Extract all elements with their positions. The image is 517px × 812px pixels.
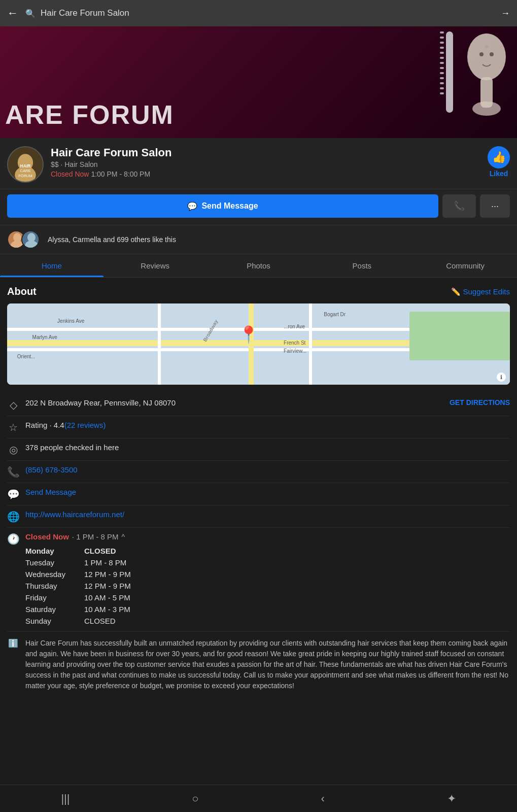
- checkin-text: 378 people checked in here: [25, 443, 119, 452]
- search-icon: 🔍: [25, 9, 36, 18]
- tab-home[interactable]: Home: [0, 254, 104, 277]
- svg-point-18: [490, 52, 494, 56]
- svg-point-19: [485, 45, 488, 48]
- profile-info: Hair Care Forum Salon $$ · Hair Salon Cl…: [51, 146, 480, 178]
- info-icon: ℹ️: [7, 638, 19, 648]
- hours-friday: Friday 10 AM - 5 PM: [25, 592, 510, 603]
- svg-rect-10: [440, 77, 444, 79]
- messenger-icon: 💬: [187, 201, 197, 211]
- svg-point-17: [479, 52, 484, 56]
- avatar: HAIR CARE FORUM: [7, 146, 44, 183]
- svg-rect-11: [440, 82, 444, 84]
- globe-icon: 🌐: [7, 511, 19, 523]
- address-row: ◇ 202 N Broadway Rear, Pennsville, NJ 08…: [7, 394, 510, 416]
- home-nav-button[interactable]: ○: [192, 792, 198, 805]
- suggest-edits-button[interactable]: ✏️ Suggest Edits: [451, 287, 510, 296]
- svg-rect-0: [446, 31, 453, 113]
- more-icon: ···: [491, 201, 499, 212]
- tab-posts[interactable]: Posts: [310, 254, 413, 277]
- call-button[interactable]: 📞: [442, 194, 476, 218]
- profile-section: HAIR CARE FORUM Hair Care Forum Salon $$…: [0, 138, 517, 189]
- svg-point-14: [467, 33, 506, 80]
- hero-banner: ARE FORUM: [0, 26, 517, 138]
- svg-rect-9: [440, 72, 444, 74]
- business-name: Hair Care Forum Salon: [51, 146, 480, 159]
- hours-row[interactable]: 🕐 Closed Now · 1 PM - 8 PM ^ Monday CLOS…: [7, 528, 510, 632]
- search-bar: ← 🔍 Hair Care Forum Salon →: [0, 0, 517, 26]
- search-input[interactable]: Hair Care Forum Salon: [41, 8, 496, 18]
- tab-reviews[interactable]: Reviews: [104, 254, 207, 277]
- star-icon: ☆: [7, 421, 19, 433]
- business-status: Closed Now 1:00 PM - 8:00 PM: [51, 170, 480, 178]
- avatar-2: [21, 230, 40, 249]
- hours-wednesday: Wednesday 12 PM - 9 PM: [25, 568, 510, 580]
- clock-icon: 🕐: [7, 533, 19, 545]
- accessibility-nav-button[interactable]: ✦: [447, 792, 456, 805]
- description-text: Hair Care Forum has successfully built a…: [25, 638, 510, 691]
- about-header: About ✏️ Suggest Edits: [7, 286, 510, 297]
- svg-rect-12: [440, 87, 444, 89]
- description-row: ℹ️ Hair Care Forum has successfully buil…: [7, 632, 510, 697]
- hours-tuesday: Tuesday 1 PM - 8 PM: [25, 557, 510, 568]
- more-button[interactable]: ···: [480, 194, 510, 218]
- svg-text:HAIR: HAIR: [20, 163, 31, 168]
- phone-row[interactable]: 📞 (856) 678-3500: [7, 461, 510, 483]
- website-link[interactable]: http://www.haircareforum.net/: [25, 510, 124, 519]
- svg-rect-2: [440, 37, 444, 39]
- hours-sunday: Sunday CLOSED: [25, 615, 510, 627]
- send-message-button[interactable]: 💬 Send Message: [7, 194, 438, 218]
- hours-toggle[interactable]: Closed Now · 1 PM - 8 PM ^: [25, 532, 510, 541]
- share-icon[interactable]: →: [501, 8, 510, 19]
- bottom-nav: ||| ○ ‹ ✦: [0, 785, 517, 812]
- tab-community[interactable]: Community: [413, 254, 517, 277]
- svg-rect-3: [440, 42, 444, 44]
- phone-icon: 📞: [454, 200, 465, 212]
- like-label: Liked: [490, 170, 508, 178]
- like-section[interactable]: 👍 Liked: [488, 146, 510, 178]
- back-nav-button[interactable]: |||: [61, 792, 70, 805]
- likes-row: Alyssa, Carmella and 699 others like thi…: [0, 225, 517, 254]
- likes-avatars: [7, 230, 36, 249]
- back-button[interactable]: ←: [7, 7, 18, 20]
- map-container[interactable]: Jenkins Ave Marlyn Ave Orient... ...ron …: [7, 303, 510, 385]
- banner-text: ARE FORUM: [0, 101, 174, 138]
- svg-rect-4: [440, 47, 444, 49]
- svg-rect-1: [440, 31, 444, 33]
- checkin-icon: ◎: [7, 444, 19, 456]
- map-info-button[interactable]: ℹ: [497, 373, 506, 382]
- map-pin: 📍: [238, 325, 259, 344]
- hours-chevron[interactable]: ^: [122, 533, 125, 541]
- hours-content: Closed Now · 1 PM - 8 PM ^ Monday CLOSED…: [25, 532, 510, 627]
- website-row[interactable]: 🌐 http://www.haircareforum.net/: [7, 505, 510, 528]
- svg-text:FORUM: FORUM: [18, 174, 32, 178]
- checkin-row: ◎ 378 people checked in here: [7, 438, 510, 461]
- location-icon: ◇: [7, 399, 19, 411]
- rating-text: Rating · 4.4(22 reviews): [25, 421, 106, 429]
- messenger-icon-2: 💬: [7, 488, 19, 500]
- likes-text: Alyssa, Carmella and 699 others like thi…: [48, 235, 176, 244]
- phone-number[interactable]: (856) 678-3500: [25, 465, 78, 474]
- scissors-decoration: [385, 26, 517, 138]
- send-message-link[interactable]: Send Message: [25, 488, 76, 496]
- business-category: $$ · Hair Salon: [51, 160, 480, 168]
- pencil-icon: ✏️: [451, 287, 461, 296]
- reviews-link[interactable]: (22 reviews): [64, 421, 106, 429]
- hours-thursday: Thursday 12 PM - 9 PM: [25, 580, 510, 592]
- get-directions-button[interactable]: GET DIRECTIONS: [450, 398, 510, 407]
- nav-tabs: Home Reviews Photos Posts Community: [0, 254, 517, 278]
- svg-rect-5: [440, 52, 444, 54]
- svg-point-16: [472, 101, 501, 116]
- svg-rect-6: [440, 57, 444, 59]
- tab-photos[interactable]: Photos: [207, 254, 311, 277]
- svg-text:CARE: CARE: [20, 168, 31, 173]
- svg-rect-8: [440, 67, 444, 69]
- action-buttons: 💬 Send Message 📞 ···: [0, 189, 517, 225]
- phone-icon: 📞: [7, 466, 19, 478]
- about-section: About ✏️ Suggest Edits Jenkins Ave Marly…: [0, 278, 517, 705]
- hours-monday: Monday CLOSED: [25, 545, 510, 557]
- send-message-row[interactable]: 💬 Send Message: [7, 483, 510, 505]
- recents-nav-button[interactable]: ‹: [321, 792, 324, 805]
- about-title: About: [7, 286, 37, 297]
- like-button[interactable]: 👍: [488, 146, 510, 168]
- address-text: 202 N Broadway Rear, Pennsville, NJ 0807…: [25, 398, 176, 407]
